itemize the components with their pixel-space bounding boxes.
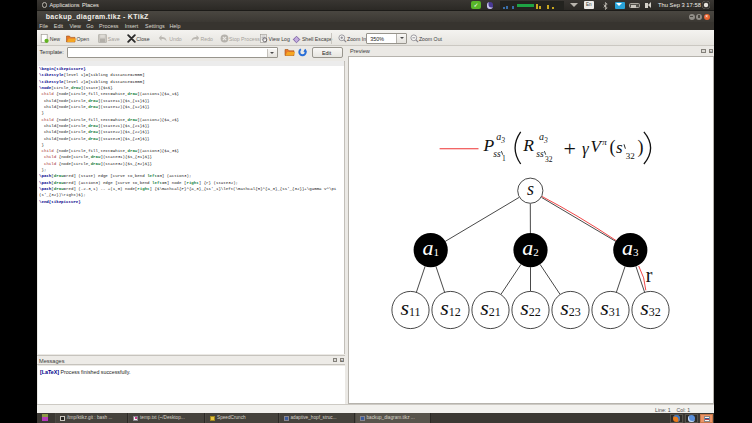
svg-text:ss32: ss32: [536, 148, 553, 164]
svg-text:ss1: ss1: [493, 148, 506, 163]
svg-text:a3: a3: [539, 130, 548, 144]
svg-text:32: 32: [626, 150, 635, 160]
svg-text:r: r: [646, 264, 653, 286]
svg-text:γ: γ: [582, 138, 590, 157]
svg-text:(: (: [610, 136, 616, 157]
svg-text:s: s: [616, 137, 623, 156]
svg-text:): ): [638, 136, 644, 157]
svg-text:R: R: [522, 135, 534, 155]
svg-text:π: π: [602, 137, 607, 147]
svg-text:+: +: [564, 135, 576, 160]
svg-text:a3: a3: [496, 130, 505, 144]
svg-text:s: s: [527, 178, 534, 198]
